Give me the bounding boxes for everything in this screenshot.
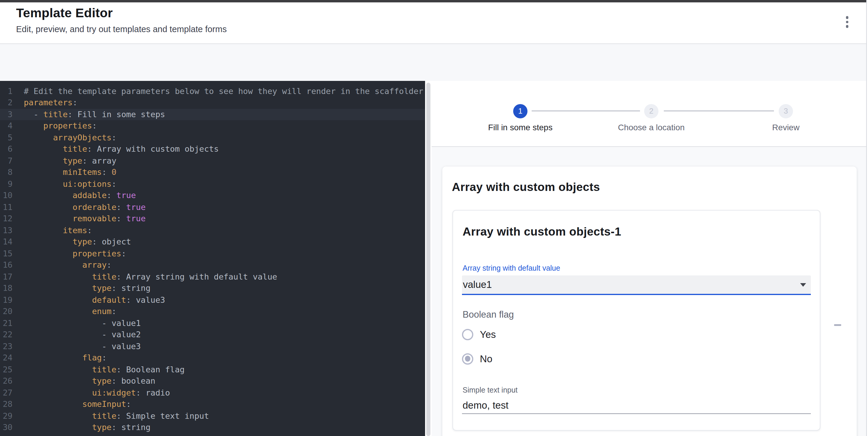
line-number: 16 [0, 259, 12, 271]
line-number: 4 [0, 120, 12, 132]
step-number-badge: 1 [513, 104, 527, 118]
line-number: 21 [0, 317, 12, 329]
line-number: 3 [0, 108, 12, 120]
step-review[interactable]: 3 Review [720, 104, 851, 132]
simple-text-input[interactable] [462, 397, 811, 414]
step-label: Choose a location [618, 122, 685, 132]
form-section-title: Array with custom objects [452, 180, 600, 194]
code-line: 26 type: boolean [0, 375, 425, 387]
line-number: 18 [0, 282, 12, 294]
code-line: 3 - title: Fill in some steps [0, 108, 425, 120]
code-line: 16 array: [0, 259, 425, 271]
radio-yes[interactable] [462, 329, 473, 340]
line-number: 13 [0, 225, 12, 236]
line-number: 5 [0, 132, 12, 143]
code-line: 22 - value2 [0, 329, 425, 340]
line-number: 19 [0, 294, 12, 306]
code-line: 30 type: string [0, 422, 425, 433]
step-number-badge: 2 [644, 104, 658, 118]
radio-group-label: Boolean flag [463, 309, 514, 320]
code-line: 27 ui:widget: radio [0, 387, 425, 399]
code-line: 1# Edit the template parameters below to… [0, 86, 425, 97]
line-number: 14 [0, 236, 12, 248]
code-line: 4 properties: [0, 120, 425, 132]
line-number: 15 [0, 248, 12, 259]
radio-no-label[interactable]: No [480, 353, 492, 364]
line-number: 25 [0, 364, 12, 375]
step-label: Fill in some steps [488, 122, 553, 132]
step-choose-a-location[interactable]: 2 Choose a location [586, 104, 717, 132]
kebab-dot-icon [846, 16, 848, 19]
step-fill-in-some-steps[interactable]: 1 Fill in some steps [455, 104, 586, 132]
line-number: 12 [0, 213, 12, 225]
code-line: 23 - value3 [0, 340, 425, 352]
select-field-label: Array string with default value [463, 264, 560, 272]
text-field-label: Simple text input [463, 386, 518, 394]
window-top-strip [0, 0, 868, 2]
line-number: 1 [0, 86, 12, 97]
array-item-title: Array with custom objects-1 [463, 225, 621, 238]
select-value: value1 [463, 275, 492, 294]
kebab-dot-icon [846, 25, 848, 28]
code-line: 5 arrayObjects: [0, 132, 425, 143]
step-label: Review [772, 122, 800, 132]
line-number: 20 [0, 306, 12, 317]
code-line: 18 type: string [0, 282, 425, 294]
line-number: 27 [0, 387, 12, 399]
code-line: 10 addable: true [0, 190, 425, 201]
remove-item-button[interactable] [830, 317, 845, 333]
kebab-dot-icon [846, 21, 848, 23]
code-editor[interactable]: 1# Edit the template parameters below to… [0, 81, 425, 436]
code-line: 8 minItems: 0 [0, 167, 425, 178]
radio-checked-dot [465, 356, 470, 361]
page-title: Template Editor [16, 6, 113, 21]
line-number: 17 [0, 271, 12, 282]
code-line: 7 type: array [0, 155, 425, 167]
code-line: 17 title: Array string with default valu… [0, 271, 425, 282]
code-line: 25 title: Boolean flag [0, 364, 425, 375]
radio-yes-label[interactable]: Yes [480, 329, 496, 340]
code-line: 29 title: Simple text input [0, 410, 425, 422]
line-number: 30 [0, 422, 12, 433]
chevron-down-icon [800, 283, 806, 287]
line-number: 24 [0, 352, 12, 364]
line-number: 26 [0, 375, 12, 387]
array-string-select[interactable]: value1 [462, 275, 811, 295]
line-number: 29 [0, 410, 12, 422]
code-line: 14 type: object [0, 236, 425, 248]
load-template-bar [0, 44, 868, 81]
code-line: 12 removable: true [0, 213, 425, 225]
step-number-badge: 3 [779, 104, 793, 118]
kebab-menu-button[interactable] [839, 14, 855, 30]
line-number: 8 [0, 167, 12, 178]
code-line: 24 flag: [0, 352, 425, 364]
code-line: 20 enum: [0, 306, 425, 317]
line-number: 22 [0, 329, 12, 340]
minus-icon [834, 324, 841, 326]
template-editor-app: Template Editor Edit, preview, and try o… [0, 0, 868, 436]
radio-no[interactable] [462, 353, 473, 364]
line-number: 6 [0, 143, 12, 155]
window-edge [867, 0, 868, 436]
line-number: 9 [0, 178, 12, 190]
code-line: 15 properties: [0, 248, 425, 259]
code-line: 28 someInput: [0, 399, 425, 410]
code-line: 13 items: [0, 225, 425, 236]
editor-scrollbar-thumb[interactable] [426, 83, 430, 436]
code-line: 19 default: value3 [0, 294, 425, 306]
code-line: 2parameters: [0, 97, 425, 108]
line-number: 10 [0, 190, 12, 201]
line-number: 2 [0, 97, 12, 108]
line-number: 11 [0, 201, 12, 213]
line-number: 7 [0, 155, 12, 167]
line-number: 28 [0, 399, 12, 410]
code-line: 6 title: Array with custom objects [0, 143, 425, 155]
code-line: 21 - value1 [0, 317, 425, 329]
line-number: 23 [0, 340, 12, 352]
code-line: 9 ui:options: [0, 178, 425, 190]
page-subtitle: Edit, preview, and try out templates and… [16, 24, 227, 34]
code-line: 11 orderable: true [0, 201, 425, 213]
